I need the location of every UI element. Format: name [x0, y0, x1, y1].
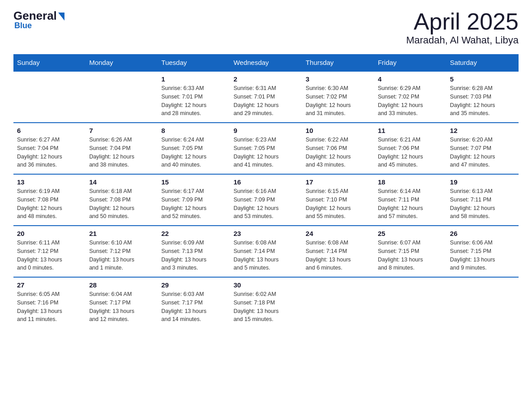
- day-info: Sunrise: 6:13 AM Sunset: 7:11 PM Dayligh…: [450, 187, 515, 221]
- calendar-cell: 28Sunrise: 6:04 AM Sunset: 7:17 PM Dayli…: [86, 277, 158, 328]
- calendar-cell: 20Sunrise: 6:11 AM Sunset: 7:12 PM Dayli…: [13, 226, 86, 277]
- calendar-cell: 1Sunrise: 6:33 AM Sunset: 7:01 PM Daylig…: [158, 71, 230, 123]
- day-info: Sunrise: 6:04 AM Sunset: 7:17 PM Dayligh…: [89, 290, 154, 324]
- day-info: Sunrise: 6:24 AM Sunset: 7:05 PM Dayligh…: [161, 136, 226, 169]
- location-title: Maradah, Al Wahat, Libya: [406, 34, 519, 46]
- day-info: Sunrise: 6:14 AM Sunset: 7:11 PM Dayligh…: [378, 187, 443, 221]
- calendar-cell: 7Sunrise: 6:26 AM Sunset: 7:04 PM Daylig…: [86, 123, 158, 174]
- day-info: Sunrise: 6:28 AM Sunset: 7:03 PM Dayligh…: [450, 84, 515, 118]
- day-number: 27: [17, 281, 82, 289]
- calendar-cell: [86, 71, 158, 123]
- calendar-cell: 29Sunrise: 6:03 AM Sunset: 7:17 PM Dayli…: [158, 277, 230, 328]
- calendar-cell: 21Sunrise: 6:10 AM Sunset: 7:12 PM Dayli…: [86, 226, 158, 277]
- calendar-cell: [302, 277, 374, 328]
- calendar-cell: 10Sunrise: 6:22 AM Sunset: 7:06 PM Dayli…: [302, 123, 374, 174]
- day-number: 23: [233, 230, 298, 237]
- day-info: Sunrise: 6:15 AM Sunset: 7:10 PM Dayligh…: [306, 187, 371, 221]
- day-number: 13: [17, 178, 82, 186]
- calendar-cell: 24Sunrise: 6:08 AM Sunset: 7:14 PM Dayli…: [302, 226, 374, 277]
- calendar-cell: 17Sunrise: 6:15 AM Sunset: 7:10 PM Dayli…: [302, 174, 374, 226]
- day-number: 9: [233, 127, 298, 134]
- calendar-cell: [13, 71, 86, 123]
- day-number: 25: [378, 230, 443, 237]
- day-info: Sunrise: 6:31 AM Sunset: 7:01 PM Dayligh…: [233, 84, 298, 118]
- weekday-header-tuesday: Tuesday: [158, 54, 230, 71]
- day-info: Sunrise: 6:03 AM Sunset: 7:17 PM Dayligh…: [161, 290, 226, 324]
- day-number: 26: [450, 230, 515, 237]
- week-row-3: 13Sunrise: 6:19 AM Sunset: 7:08 PM Dayli…: [13, 174, 519, 226]
- calendar-cell: 22Sunrise: 6:09 AM Sunset: 7:13 PM Dayli…: [158, 226, 230, 277]
- weekday-header-friday: Friday: [374, 54, 446, 71]
- week-row-1: 1Sunrise: 6:33 AM Sunset: 7:01 PM Daylig…: [13, 71, 519, 123]
- calendar-cell: 18Sunrise: 6:14 AM Sunset: 7:11 PM Dayli…: [374, 174, 446, 226]
- day-number: 18: [378, 178, 443, 186]
- day-info: Sunrise: 6:29 AM Sunset: 7:02 PM Dayligh…: [378, 84, 443, 118]
- day-number: 7: [89, 127, 154, 134]
- day-number: 21: [89, 230, 154, 237]
- calendar-cell: 11Sunrise: 6:21 AM Sunset: 7:06 PM Dayli…: [374, 123, 446, 174]
- day-info: Sunrise: 6:30 AM Sunset: 7:02 PM Dayligh…: [306, 84, 371, 118]
- week-row-5: 27Sunrise: 6:05 AM Sunset: 7:16 PM Dayli…: [13, 277, 519, 328]
- logo: General Blue: [13, 9, 64, 30]
- calendar-cell: 26Sunrise: 6:06 AM Sunset: 7:15 PM Dayli…: [446, 226, 519, 277]
- day-number: 16: [233, 178, 298, 186]
- day-number: 2: [233, 75, 298, 83]
- day-number: 12: [450, 127, 515, 134]
- calendar-cell: 15Sunrise: 6:17 AM Sunset: 7:09 PM Dayli…: [158, 174, 230, 226]
- day-info: Sunrise: 6:02 AM Sunset: 7:18 PM Dayligh…: [233, 290, 298, 324]
- weekday-header-saturday: Saturday: [446, 54, 519, 71]
- day-number: 11: [378, 127, 443, 134]
- day-number: 24: [306, 230, 371, 237]
- month-title: April 2025: [406, 9, 519, 34]
- day-number: 20: [17, 230, 82, 237]
- day-info: Sunrise: 6:18 AM Sunset: 7:08 PM Dayligh…: [89, 187, 154, 221]
- calendar-cell: 14Sunrise: 6:18 AM Sunset: 7:08 PM Dayli…: [86, 174, 158, 226]
- day-number: 17: [306, 178, 371, 186]
- calendar-cell: 19Sunrise: 6:13 AM Sunset: 7:11 PM Dayli…: [446, 174, 519, 226]
- day-info: Sunrise: 6:27 AM Sunset: 7:04 PM Dayligh…: [17, 136, 82, 169]
- calendar-cell: 2Sunrise: 6:31 AM Sunset: 7:01 PM Daylig…: [230, 71, 302, 123]
- day-info: Sunrise: 6:33 AM Sunset: 7:01 PM Dayligh…: [161, 84, 226, 118]
- calendar-cell: [446, 277, 519, 328]
- calendar-cell: 5Sunrise: 6:28 AM Sunset: 7:03 PM Daylig…: [446, 71, 519, 123]
- day-info: Sunrise: 6:19 AM Sunset: 7:08 PM Dayligh…: [17, 187, 82, 221]
- day-info: Sunrise: 6:17 AM Sunset: 7:09 PM Dayligh…: [161, 187, 226, 221]
- day-number: 6: [17, 127, 82, 134]
- weekday-header-thursday: Thursday: [302, 54, 374, 71]
- day-info: Sunrise: 6:05 AM Sunset: 7:16 PM Dayligh…: [17, 290, 82, 324]
- day-number: 10: [306, 127, 371, 134]
- day-number: 14: [89, 178, 154, 186]
- weekday-header-sunday: Sunday: [13, 54, 86, 71]
- calendar-cell: 16Sunrise: 6:16 AM Sunset: 7:09 PM Dayli…: [230, 174, 302, 226]
- weekday-header-wednesday: Wednesday: [230, 54, 302, 71]
- calendar-cell: 25Sunrise: 6:07 AM Sunset: 7:15 PM Dayli…: [374, 226, 446, 277]
- day-number: 5: [450, 75, 515, 83]
- day-info: Sunrise: 6:06 AM Sunset: 7:15 PM Dayligh…: [450, 239, 515, 272]
- calendar-cell: 6Sunrise: 6:27 AM Sunset: 7:04 PM Daylig…: [13, 123, 86, 174]
- day-info: Sunrise: 6:26 AM Sunset: 7:04 PM Dayligh…: [89, 136, 154, 169]
- day-info: Sunrise: 6:09 AM Sunset: 7:13 PM Dayligh…: [161, 239, 226, 272]
- day-number: 19: [450, 178, 515, 186]
- day-number: 22: [161, 230, 226, 237]
- week-row-2: 6Sunrise: 6:27 AM Sunset: 7:04 PM Daylig…: [13, 123, 519, 174]
- day-info: Sunrise: 6:21 AM Sunset: 7:06 PM Dayligh…: [378, 136, 443, 169]
- calendar-cell: [374, 277, 446, 328]
- day-number: 28: [89, 281, 154, 289]
- calendar-cell: 30Sunrise: 6:02 AM Sunset: 7:18 PM Dayli…: [230, 277, 302, 328]
- calendar-table: SundayMondayTuesdayWednesdayThursdayFrid…: [13, 54, 519, 328]
- day-info: Sunrise: 6:16 AM Sunset: 7:09 PM Dayligh…: [233, 187, 298, 221]
- day-number: 8: [161, 127, 226, 134]
- day-info: Sunrise: 6:07 AM Sunset: 7:15 PM Dayligh…: [378, 239, 443, 272]
- week-row-4: 20Sunrise: 6:11 AM Sunset: 7:12 PM Dayli…: [13, 226, 519, 277]
- weekday-header-monday: Monday: [86, 54, 158, 71]
- day-info: Sunrise: 6:20 AM Sunset: 7:07 PM Dayligh…: [450, 136, 515, 169]
- day-info: Sunrise: 6:08 AM Sunset: 7:14 PM Dayligh…: [306, 239, 371, 272]
- day-number: 29: [161, 281, 226, 289]
- day-number: 3: [306, 75, 371, 83]
- calendar-cell: 9Sunrise: 6:23 AM Sunset: 7:05 PM Daylig…: [230, 123, 302, 174]
- day-info: Sunrise: 6:10 AM Sunset: 7:12 PM Dayligh…: [89, 239, 154, 272]
- day-number: 4: [378, 75, 443, 83]
- day-info: Sunrise: 6:08 AM Sunset: 7:14 PM Dayligh…: [233, 239, 298, 272]
- calendar-cell: 23Sunrise: 6:08 AM Sunset: 7:14 PM Dayli…: [230, 226, 302, 277]
- page-header: General Blue April 2025 Maradah, Al Waha…: [13, 9, 519, 46]
